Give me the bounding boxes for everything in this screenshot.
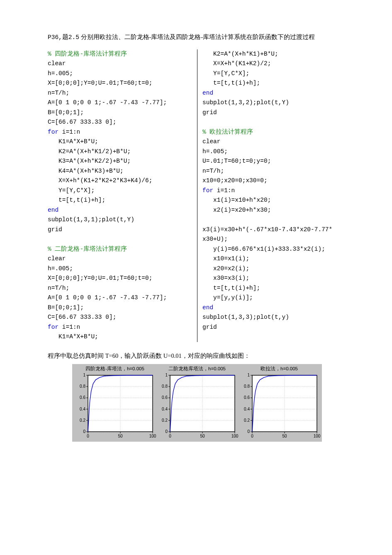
tick-label: 50 [118, 434, 123, 438]
chart-cell: 二阶龙格库塔法，h=0.00505010000.20.40.60.81 [156, 365, 238, 439]
chart-cell: 四阶龙格-库塔法，h=0.00505010000.20.40.60.81 [74, 365, 156, 439]
caption-mid1: ，输入阶跃函数 [118, 352, 163, 359]
code-column-left: % 四阶龙格-库塔法计算程序 clear h=.005; X=[0;0;0];Y… [48, 49, 193, 342]
document-page: P36,题2.5 分别用欧拉法、二阶龙格-库塔法及四阶龙格-库塔法计算系统在阶跃… [0, 0, 392, 467]
chart-title: 欧拉法，h=0.005 [261, 366, 298, 372]
chart-plot: 05010000.20.40.60.81 [238, 373, 320, 439]
svg-rect-0 [88, 375, 153, 432]
tick-label: 0 [165, 429, 168, 434]
tick-label: 100 [149, 434, 156, 438]
tick-label: 0.2 [162, 418, 168, 422]
tick-label: 0.4 [162, 406, 168, 411]
title-text: 分别用欧拉法、二阶龙格-库塔法及四阶龙格-库塔法计算系统在阶跃函数下的过渡过程 [79, 34, 315, 40]
column-separator [197, 49, 197, 342]
tick-label: 0.6 [80, 395, 85, 400]
tick-label: 0.2 [244, 418, 250, 422]
tick-label: 0 [251, 434, 253, 438]
chart-title: 四阶龙格-库塔法，h=0.005 [85, 366, 144, 372]
chart-title: 二阶龙格库塔法，h=0.005 [168, 366, 226, 372]
caption-T: T=60 [105, 352, 119, 359]
chart-caption: 程序中取总仿真时间 T=60，输入阶跃函数 U=0.01，对应的响应曲线如图： [48, 352, 346, 360]
chart-plot: 05010000.20.40.60.81 [74, 373, 156, 439]
caption-pre: 程序中取总仿真时间 [48, 352, 105, 359]
tick-label: 0 [83, 429, 85, 434]
tick-label: 0.4 [244, 406, 250, 411]
svg-rect-20 [170, 375, 235, 432]
tick-label: 0.4 [80, 406, 85, 411]
svg-rect-40 [252, 375, 317, 432]
tick-label: 0 [247, 429, 250, 434]
tick-label: 50 [200, 434, 205, 438]
tick-label: 0.6 [244, 395, 250, 400]
title-prefix: P36,题2.5 [48, 34, 79, 41]
tick-label: 1 [83, 373, 85, 377]
tick-label: 0.8 [244, 384, 250, 389]
tick-label: 0.6 [162, 395, 168, 400]
tick-label: 0 [169, 434, 171, 438]
caption-mid2: ，对应的响应曲线如图： [182, 352, 250, 359]
code-columns: % 四阶龙格-库塔法计算程序 clear h=.005; X=[0;0;0];Y… [48, 49, 346, 342]
tick-label: 0 [87, 434, 89, 438]
chart-cell: 欧拉法，h=0.00505010000.20.40.60.81 [238, 365, 320, 439]
chart-plot: 05010000.20.40.60.81 [156, 373, 238, 439]
tick-label: 0.8 [80, 384, 85, 389]
tick-label: 1 [165, 373, 168, 377]
tick-label: 1 [247, 373, 250, 377]
problem-title: P36,题2.5 分别用欧拉法、二阶龙格-库塔法及四阶龙格-库塔法计算系统在阶跃… [48, 33, 346, 41]
tick-label: 50 [282, 434, 287, 438]
chart-row: 四阶龙格-库塔法，h=0.00505010000.20.40.60.81二阶龙格… [72, 364, 322, 442]
tick-label: 100 [314, 434, 320, 438]
tick-label: 0.8 [162, 384, 168, 389]
caption-U: U=0.01 [163, 352, 182, 359]
tick-label: 100 [231, 434, 238, 438]
code-column-right: K2=A*(X+h*K1)+B*U; X=X+h*(K1+K2)/2; Y=[Y… [202, 49, 346, 342]
tick-label: 0.2 [80, 418, 85, 422]
